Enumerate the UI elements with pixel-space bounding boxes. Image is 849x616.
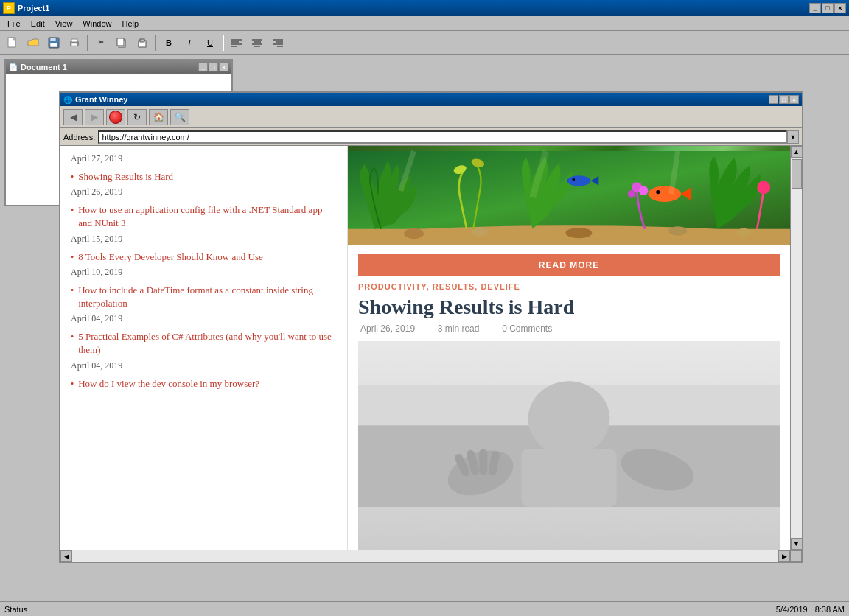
- svg-point-31: [668, 226, 687, 236]
- sidebar-link-config[interactable]: How to use an application config file wi…: [78, 203, 337, 230]
- align-center-button[interactable]: [248, 34, 267, 52]
- doc-minimize-button[interactable]: _: [198, 63, 208, 71]
- open-button[interactable]: [24, 34, 43, 52]
- address-dropdown-button[interactable]: ▼: [787, 130, 799, 144]
- title-bar-controls: _ □ ×: [809, 3, 846, 13]
- align-left-button[interactable]: [227, 34, 246, 52]
- forward-button[interactable]: ▶: [85, 109, 104, 125]
- menu-edit[interactable]: Edit: [27, 18, 49, 29]
- paste-button[interactable]: [133, 34, 152, 52]
- sidebar-date-0: April 27, 2019: [71, 153, 337, 164]
- scroll-thumb[interactable]: [792, 159, 802, 189]
- browser-minimize-button[interactable]: _: [769, 95, 778, 104]
- sidebar-date-4: April 04, 2019: [71, 313, 337, 324]
- scroll-down-button[interactable]: ▼: [791, 538, 803, 550]
- menu-file[interactable]: File: [3, 18, 25, 29]
- svg-rect-9: [117, 38, 124, 46]
- print-button[interactable]: [65, 34, 84, 52]
- bullet-icon: •: [71, 285, 74, 296]
- svg-point-35: [639, 186, 649, 196]
- underline-button[interactable]: U: [200, 34, 220, 52]
- toolbar-separator-1: [87, 35, 88, 51]
- scroll-h-track[interactable]: [72, 550, 778, 562]
- read-more-button[interactable]: READ MORE: [358, 254, 780, 276]
- scroll-right-button[interactable]: ▶: [778, 550, 790, 562]
- svg-rect-56: [479, 449, 487, 475]
- sidebar-list-3: • 8 Tools Every Developer Should Know an…: [71, 251, 337, 264]
- minimize-button[interactable]: _: [809, 3, 821, 13]
- svg-point-38: [656, 190, 660, 194]
- list-item: • 5 Practical Examples of C# Attributes …: [71, 330, 337, 357]
- svg-point-30: [566, 228, 593, 238]
- meta-sep2: —: [486, 323, 495, 334]
- browser-maximize-button[interactable]: □: [779, 95, 789, 104]
- menu-help[interactable]: Help: [117, 18, 143, 29]
- sidebar-date-5: April 04, 2019: [71, 360, 337, 371]
- list-item: • 8 Tools Every Developer Should Know an…: [71, 251, 337, 264]
- save-button[interactable]: [44, 34, 63, 52]
- doc-icon: 📄: [9, 63, 18, 71]
- list-item: • Showing Results is Hard: [71, 170, 337, 183]
- page-body: April 27, 2019 • Showing Results is Hard…: [60, 146, 790, 550]
- scroll-up-button[interactable]: ▲: [791, 146, 803, 158]
- scrollbar-bottom: ◀ ▶: [60, 550, 802, 561]
- browser-title: Grant Winney: [75, 95, 127, 104]
- align-right-button[interactable]: [268, 34, 287, 52]
- refresh-button[interactable]: ↻: [127, 109, 147, 125]
- sidebar-link-datetime[interactable]: How to include a DateTime format as a co…: [78, 284, 337, 310]
- article-comments: 0 Comments: [502, 323, 552, 334]
- copy-button[interactable]: [112, 34, 131, 52]
- main-area: 📄 Document 1 _ □ × 🌐 Grant Winney _ □ ×: [0, 55, 849, 601]
- browser-close-button[interactable]: ×: [789, 95, 799, 104]
- status-bar-right: 5/4/2019 8:38 AM: [776, 605, 845, 614]
- svg-point-29: [472, 227, 487, 237]
- toolbar-separator-3: [223, 35, 224, 51]
- scroll-track[interactable]: [791, 158, 803, 538]
- cut-button[interactable]: ✂: [91, 34, 111, 52]
- list-item: • How to include a DateTime format as a …: [71, 284, 337, 310]
- svg-point-34: [628, 190, 636, 198]
- hero-image: [348, 146, 790, 245]
- maximize-button[interactable]: □: [822, 3, 834, 13]
- article-read-time: 3 min read: [438, 323, 480, 334]
- scrollbar-right: ▲ ▼: [790, 146, 802, 550]
- svg-point-50: [528, 381, 610, 455]
- doc-maximize-button[interactable]: □: [209, 63, 218, 71]
- search-button[interactable]: 🔍: [170, 109, 189, 125]
- home-button[interactable]: 🏠: [149, 109, 168, 125]
- bold-button[interactable]: B: [159, 34, 178, 52]
- sidebar-list: • Showing Results is Hard: [71, 170, 337, 183]
- svg-point-44: [757, 181, 770, 194]
- sidebar-date-1: April 26, 2019: [71, 186, 337, 197]
- menu-view[interactable]: View: [51, 18, 77, 29]
- sidebar-link-tools[interactable]: 8 Tools Every Developer Should Know and …: [78, 251, 263, 264]
- svg-rect-4: [50, 43, 57, 47]
- back-button[interactable]: ◀: [63, 109, 83, 125]
- app-title: Project1: [18, 4, 49, 13]
- italic-button[interactable]: I: [180, 34, 199, 52]
- bullet-icon: •: [71, 379, 74, 390]
- bullet-icon: •: [71, 332, 74, 343]
- scroll-left-button[interactable]: ◀: [60, 550, 72, 562]
- menu-window[interactable]: Window: [78, 18, 116, 29]
- doc-close-button[interactable]: ×: [219, 63, 228, 71]
- status-date: 5/4/2019: [776, 605, 808, 614]
- sidebar: April 27, 2019 • Showing Results is Hard…: [60, 146, 348, 550]
- sidebar-list-4: • How to include a DateTime format as a …: [71, 284, 337, 310]
- sidebar-list-6: • How do I view the dev console in my br…: [71, 377, 337, 391]
- sidebar-link-csharp[interactable]: 5 Practical Examples of C# Attributes (a…: [78, 330, 337, 357]
- status-bar: Status 5/4/2019 8:38 AM: [0, 601, 849, 616]
- list-item: • How do I view the dev console in my br…: [71, 377, 337, 391]
- close-button[interactable]: ×: [834, 3, 846, 13]
- sidebar-link-showing-results[interactable]: Showing Results is Hard: [78, 170, 173, 183]
- address-input[interactable]: [98, 130, 787, 144]
- browser-icon: 🌐: [63, 96, 72, 104]
- browser-title-bar: 🌐 Grant Winney _ □ ×: [60, 93, 802, 106]
- browser-controls-btns: _ □ ×: [769, 95, 799, 104]
- stop-button[interactable]: [106, 109, 125, 125]
- browser-window: 🌐 Grant Winney _ □ × ◀ ▶ ↻ 🏠 🔍 Address:: [59, 91, 803, 563]
- scrollbar-corner: [790, 550, 802, 562]
- svg-point-39: [567, 175, 590, 186]
- new-button[interactable]: [3, 34, 22, 52]
- sidebar-link-devconsole[interactable]: How do I view the dev console in my brow…: [78, 377, 259, 391]
